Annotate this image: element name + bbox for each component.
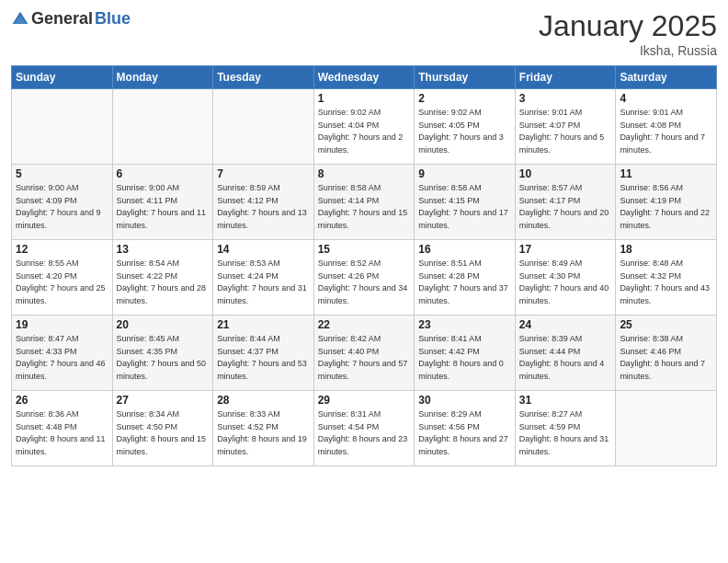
day-number: 31 <box>519 394 612 407</box>
calendar-cell-w4-d5: 23 Sunrise: 8:41 AMSunset: 4:42 PMDaylig… <box>415 316 516 391</box>
day-info: Sunrise: 8:47 AMSunset: 4:33 PMDaylight:… <box>16 333 108 383</box>
calendar-cell-w3-d7: 18 Sunrise: 8:48 AMSunset: 4:32 PMDaylig… <box>616 240 717 316</box>
week-row-4: 19 Sunrise: 8:47 AMSunset: 4:33 PMDaylig… <box>12 316 717 391</box>
day-number: 10 <box>519 167 612 180</box>
day-number: 8 <box>318 167 411 180</box>
day-info: Sunrise: 8:29 AMSunset: 4:56 PMDaylight:… <box>418 408 511 458</box>
calendar-container: General Blue January 2025 Iksha, Russia … <box>0 0 728 563</box>
calendar-cell-w3-d1: 12 Sunrise: 8:55 AMSunset: 4:20 PMDaylig… <box>12 240 113 316</box>
week-row-5: 26 Sunrise: 8:36 AMSunset: 4:48 PMDaylig… <box>12 391 717 466</box>
header-saturday: Saturday <box>616 66 717 89</box>
calendar-cell-w5-d3: 28 Sunrise: 8:33 AMSunset: 4:52 PMDaylig… <box>213 391 314 466</box>
calendar-cell-w5-d5: 30 Sunrise: 8:29 AMSunset: 4:56 PMDaylig… <box>415 391 516 466</box>
day-info: Sunrise: 8:52 AMSunset: 4:26 PMDaylight:… <box>318 258 411 307</box>
calendar-cell-w3-d5: 16 Sunrise: 8:51 AMSunset: 4:28 PMDaylig… <box>415 240 516 316</box>
logo-blue: Blue <box>95 9 131 29</box>
calendar-cell-w2-d3: 7 Sunrise: 8:59 AMSunset: 4:12 PMDayligh… <box>213 165 314 240</box>
day-number: 11 <box>620 167 712 180</box>
day-number: 23 <box>418 318 511 331</box>
header-tuesday: Tuesday <box>213 66 314 89</box>
day-number: 17 <box>519 243 612 256</box>
calendar-cell-w1-d5: 2 Sunrise: 9:02 AMSunset: 4:05 PMDayligh… <box>415 89 516 165</box>
day-number: 7 <box>217 167 310 180</box>
day-number: 5 <box>16 167 108 180</box>
calendar-cell-w4-d7: 25 Sunrise: 8:38 AMSunset: 4:46 PMDaylig… <box>616 316 717 391</box>
calendar-cell-w4-d6: 24 Sunrise: 8:39 AMSunset: 4:44 PMDaylig… <box>515 316 616 391</box>
day-number: 26 <box>16 394 108 407</box>
day-number: 18 <box>620 243 712 256</box>
day-number: 25 <box>620 318 712 331</box>
day-number: 2 <box>418 92 511 105</box>
calendar-cell-w4-d4: 22 Sunrise: 8:42 AMSunset: 4:40 PMDaylig… <box>313 316 415 391</box>
day-info: Sunrise: 9:00 AMSunset: 4:11 PMDaylight:… <box>117 182 210 232</box>
day-info: Sunrise: 8:41 AMSunset: 4:42 PMDaylight:… <box>418 333 511 383</box>
day-info: Sunrise: 8:56 AMSunset: 4:19 PMDaylight:… <box>620 182 712 232</box>
calendar-cell-w5-d7 <box>616 391 717 466</box>
day-info: Sunrise: 8:55 AMSunset: 4:20 PMDaylight:… <box>16 258 108 307</box>
calendar-table: Sunday Monday Tuesday Wednesday Thursday… <box>11 65 717 466</box>
calendar-cell-w3-d4: 15 Sunrise: 8:52 AMSunset: 4:26 PMDaylig… <box>313 240 415 316</box>
day-info: Sunrise: 8:44 AMSunset: 4:37 PMDaylight:… <box>217 333 310 383</box>
day-info: Sunrise: 8:51 AMSunset: 4:28 PMDaylight:… <box>418 258 511 307</box>
header-friday: Friday <box>515 66 616 89</box>
day-info: Sunrise: 8:57 AMSunset: 4:17 PMDaylight:… <box>519 182 612 232</box>
day-number: 6 <box>117 167 210 180</box>
day-number: 3 <box>519 92 612 105</box>
day-number: 16 <box>418 243 511 256</box>
calendar-cell-w2-d7: 11 Sunrise: 8:56 AMSunset: 4:19 PMDaylig… <box>616 165 717 240</box>
day-number: 27 <box>117 394 210 407</box>
day-number: 24 <box>519 318 612 331</box>
day-info: Sunrise: 8:42 AMSunset: 4:40 PMDaylight:… <box>318 333 411 383</box>
day-info: Sunrise: 8:49 AMSunset: 4:30 PMDaylight:… <box>519 258 612 307</box>
calendar-cell-w2-d6: 10 Sunrise: 8:57 AMSunset: 4:17 PMDaylig… <box>515 165 616 240</box>
day-info: Sunrise: 9:01 AMSunset: 4:07 PMDaylight:… <box>519 107 612 156</box>
day-number: 13 <box>117 243 210 256</box>
calendar-cell-w5-d2: 27 Sunrise: 8:34 AMSunset: 4:50 PMDaylig… <box>112 391 213 466</box>
day-info: Sunrise: 8:48 AMSunset: 4:32 PMDaylight:… <box>620 258 712 307</box>
calendar-cell-w5-d1: 26 Sunrise: 8:36 AMSunset: 4:48 PMDaylig… <box>12 391 113 466</box>
header-monday: Monday <box>112 66 213 89</box>
calendar-cell-w3-d6: 17 Sunrise: 8:49 AMSunset: 4:30 PMDaylig… <box>515 240 616 316</box>
calendar-cell-w4-d1: 19 Sunrise: 8:47 AMSunset: 4:33 PMDaylig… <box>12 316 113 391</box>
day-info: Sunrise: 8:38 AMSunset: 4:46 PMDaylight:… <box>620 333 712 383</box>
day-number: 29 <box>318 394 411 407</box>
calendar-cell-w2-d1: 5 Sunrise: 9:00 AMSunset: 4:09 PMDayligh… <box>12 165 113 240</box>
day-number: 1 <box>318 92 411 105</box>
day-number: 15 <box>318 243 411 256</box>
calendar-cell-w1-d3 <box>213 89 314 165</box>
location: Iksha, Russia <box>539 43 717 58</box>
title-section: January 2025 Iksha, Russia <box>539 9 717 58</box>
day-number: 20 <box>117 318 210 331</box>
logo: General Blue <box>11 9 131 29</box>
calendar-cell-w1-d1 <box>12 89 113 165</box>
day-number: 19 <box>16 318 108 331</box>
week-row-2: 5 Sunrise: 9:00 AMSunset: 4:09 PMDayligh… <box>12 165 717 240</box>
logo-general: General <box>31 9 93 29</box>
day-number: 14 <box>217 243 310 256</box>
calendar-cell-w5-d6: 31 Sunrise: 8:27 AMSunset: 4:59 PMDaylig… <box>515 391 616 466</box>
day-number: 9 <box>418 167 511 180</box>
day-info: Sunrise: 8:58 AMSunset: 4:15 PMDaylight:… <box>418 182 511 232</box>
day-number: 30 <box>418 394 511 407</box>
day-info: Sunrise: 8:33 AMSunset: 4:52 PMDaylight:… <box>217 408 310 458</box>
day-info: Sunrise: 9:01 AMSunset: 4:08 PMDaylight:… <box>620 107 712 156</box>
day-info: Sunrise: 9:02 AMSunset: 4:04 PMDaylight:… <box>318 107 411 156</box>
calendar-cell-w1-d2 <box>112 89 213 165</box>
calendar-cell-w1-d7: 4 Sunrise: 9:01 AMSunset: 4:08 PMDayligh… <box>616 89 717 165</box>
day-number: 21 <box>217 318 310 331</box>
logo-icon <box>11 10 29 29</box>
day-info: Sunrise: 8:27 AMSunset: 4:59 PMDaylight:… <box>519 408 612 458</box>
calendar-cell-w5-d4: 29 Sunrise: 8:31 AMSunset: 4:54 PMDaylig… <box>313 391 415 466</box>
header-sunday: Sunday <box>12 66 113 89</box>
calendar-cell-w2-d5: 9 Sunrise: 8:58 AMSunset: 4:15 PMDayligh… <box>415 165 516 240</box>
calendar-cell-w3-d3: 14 Sunrise: 8:53 AMSunset: 4:24 PMDaylig… <box>213 240 314 316</box>
calendar-cell-w3-d2: 13 Sunrise: 8:54 AMSunset: 4:22 PMDaylig… <box>112 240 213 316</box>
day-info: Sunrise: 9:02 AMSunset: 4:05 PMDaylight:… <box>418 107 511 156</box>
day-info: Sunrise: 8:53 AMSunset: 4:24 PMDaylight:… <box>217 258 310 307</box>
day-info: Sunrise: 8:31 AMSunset: 4:54 PMDaylight:… <box>318 408 411 458</box>
header-thursday: Thursday <box>415 66 516 89</box>
calendar-cell-w2-d4: 8 Sunrise: 8:58 AMSunset: 4:14 PMDayligh… <box>313 165 415 240</box>
day-info: Sunrise: 8:39 AMSunset: 4:44 PMDaylight:… <box>519 333 612 383</box>
calendar-cell-w2-d2: 6 Sunrise: 9:00 AMSunset: 4:11 PMDayligh… <box>112 165 213 240</box>
day-info: Sunrise: 9:00 AMSunset: 4:09 PMDaylight:… <box>16 182 108 232</box>
